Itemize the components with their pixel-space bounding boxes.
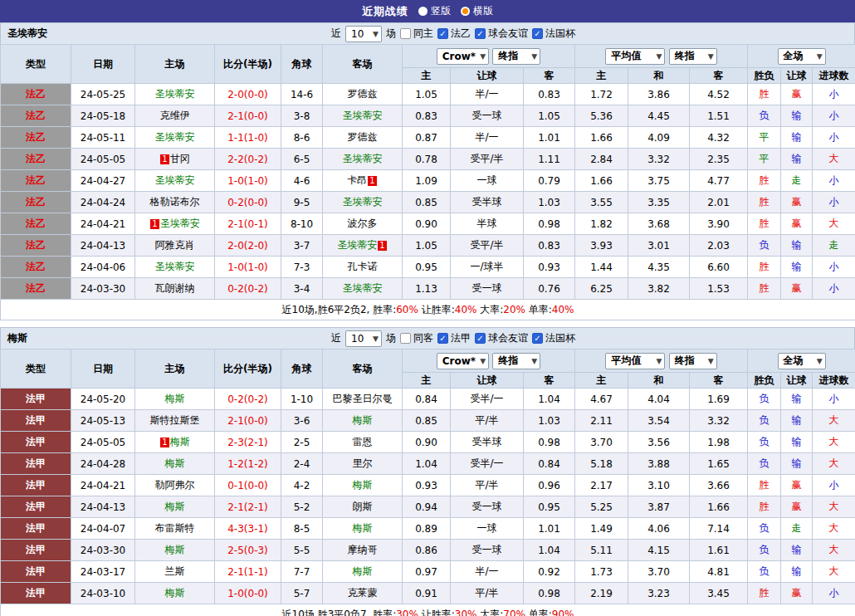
odds-header-cell: Crow*▼ 终指▼ [403, 350, 575, 373]
league-cell: 法甲 [1, 389, 71, 410]
avg-home-cell: 1.73 [575, 561, 628, 583]
result-handicap-cell: 输 [781, 561, 813, 583]
team-name: 梅斯 [165, 393, 185, 404]
bookmaker-select[interactable]: Crow*▼ [437, 353, 489, 369]
date-cell: 24-04-24 [71, 192, 135, 213]
average-time-select[interactable]: 终指▼ [669, 48, 717, 65]
chevron-down-icon: ▼ [480, 357, 486, 365]
date-cell: 24-04-06 [71, 257, 135, 278]
match-count-select[interactable]: 10▼ [345, 330, 382, 347]
match-row: 法乙24-05-051甘冈2-2(0-2)6-5圣埃蒂安0.78受平/半1.11… [1, 149, 855, 170]
odds-away-cell: 0.92 [524, 561, 575, 583]
average-time-select[interactable]: 终指▼ [669, 353, 717, 369]
score-cell: 1-0(1-0) [215, 257, 281, 278]
handicap-cell: 一/球半 [451, 257, 524, 278]
score-cell: 2-3(2-1) [215, 432, 281, 453]
corner-cell: 3-7 [281, 235, 323, 257]
odds-home-cell: 0.97 [403, 561, 451, 583]
result-goals-cell: 大 [813, 432, 855, 453]
avg-draw-cell: 4.15 [628, 540, 690, 561]
col-header-home: 主场 [135, 350, 215, 389]
handicap-cell: 平/半 [451, 583, 524, 604]
odds-away-cell: 0.95 [524, 496, 575, 518]
summary-segment: 30% [455, 609, 477, 616]
average-select[interactable]: 平均值▼ [605, 48, 665, 65]
summary-segment: 30% [396, 609, 418, 616]
match-row: 法甲24-04-13梅斯2-1(2-1)5-2朗斯0.94受一球0.955.25… [1, 496, 855, 518]
match-row: 法乙24-05-18克维伊2-1(0-0)3-8圣埃蒂安0.83受一球1.055… [1, 105, 855, 127]
fulltime-select[interactable]: 全场▼ [778, 48, 826, 65]
filter-checkbox-cup[interactable]: ✓ 法国杯 [532, 27, 575, 41]
league-cell: 法乙 [1, 105, 71, 127]
odds-home-cell: 0.94 [403, 496, 451, 518]
handicap-cell: 受半球 [451, 432, 524, 453]
filter-checkbox-friendly[interactable]: ✓ 球会友谊 [475, 331, 528, 345]
filter-checkbox-same-home[interactable]: 同主 [400, 27, 433, 41]
sub-header: 胜负 [748, 68, 781, 84]
bookmaker-select[interactable]: Crow*▼ [437, 48, 489, 65]
filter-checkbox-friendly[interactable]: ✓ 球会友谊 [475, 27, 528, 41]
odds-time-select[interactable]: 终指▼ [492, 353, 540, 369]
result-handicap-cell: 输 [781, 410, 813, 432]
away-team-cell: 罗德兹 [323, 127, 403, 149]
filter-checkbox-league[interactable]: ✓ 法甲 [437, 331, 471, 345]
sub-header: 让球 [451, 68, 524, 84]
league-cell: 法甲 [1, 453, 71, 475]
sub-header: 客 [524, 373, 575, 389]
corner-cell: 5-5 [281, 540, 323, 561]
odds-away-cell: 0.83 [524, 235, 575, 257]
result-wdl-cell: 胜 [748, 84, 781, 105]
sub-header: 主 [403, 373, 451, 389]
summary-segment: 60% [396, 304, 418, 315]
odds-away-cell: 0.76 [524, 278, 575, 300]
filter-suffix-label: 场 [386, 27, 396, 41]
result-goals-cell: 小 [813, 278, 855, 300]
date-cell: 24-04-21 [71, 213, 135, 235]
date-cell: 24-05-18 [71, 105, 135, 127]
avg-away-cell: 4.52 [690, 84, 748, 105]
date-cell: 24-04-28 [71, 453, 135, 475]
avg-away-cell: 1.98 [690, 432, 748, 453]
filter-checkbox-same-away[interactable]: 同客 [400, 331, 433, 345]
away-team-cell: 里尔 [323, 453, 403, 475]
league-cell: 法甲 [1, 475, 71, 496]
recent-results-table-metz: 类型 日期 主场 比分(半场) 角球 客场 Crow*▼ 终指▼ 平均值▼ 终指… [0, 349, 855, 616]
layout-radio-horizontal[interactable]: 横版 [461, 4, 493, 18]
match-row: 法乙24-04-27圣埃蒂安1-0(1-0)4-6卡昂11.09一球0.791.… [1, 170, 855, 192]
layout-radio-vertical[interactable]: 竖版 [418, 4, 451, 18]
away-team-cell: 克莱蒙 [323, 583, 403, 604]
match-row: 法甲24-04-28梅斯1-2(1-2)2-4里尔1.04受半/一0.845.1… [1, 453, 855, 475]
result-wdl-cell: 胜 [748, 170, 781, 192]
avg-away-cell: 4.81 [690, 561, 748, 583]
average-select[interactable]: 平均值▼ [605, 353, 665, 369]
match-row: 法甲24-04-21勒阿弗尔0-1(0-0)4-2梅斯0.93平/半0.962.… [1, 475, 855, 496]
score-cell: 2-2(0-2) [215, 149, 281, 170]
avg-draw-cell: 3.54 [628, 410, 690, 432]
league-cell: 法甲 [1, 432, 71, 453]
filter-checkbox-league[interactable]: ✓ 法乙 [437, 27, 471, 41]
league-cell: 法甲 [1, 496, 71, 518]
red-card-badge: 1 [160, 438, 169, 447]
odds-time-select[interactable]: 终指▼ [492, 48, 540, 65]
avg-away-cell: 4.32 [690, 127, 748, 149]
handicap-cell: 受一球 [451, 105, 524, 127]
handicap-cell: 受半/一 [451, 453, 524, 475]
date-cell: 24-04-13 [71, 496, 135, 518]
avg-draw-cell: 4.35 [628, 257, 690, 278]
league-cell: 法甲 [1, 410, 71, 432]
team-name: 布雷斯特 [155, 522, 195, 534]
summary-segment: 单率: [525, 304, 552, 315]
team-name: 梅斯 [165, 587, 185, 599]
sub-header: 客 [690, 68, 748, 84]
corner-cell: 3-4 [281, 278, 323, 300]
summary-segment: 让胜率: [418, 304, 455, 315]
home-team-cell: 圣埃蒂安 [135, 257, 215, 278]
filter-checkbox-cup[interactable]: ✓ 法国杯 [532, 331, 575, 345]
away-team-cell: 雷恩 [323, 432, 403, 453]
match-count-select[interactable]: 10▼ [345, 26, 382, 42]
odds-home-cell: 1.04 [403, 453, 451, 475]
col-header-away: 客场 [323, 350, 403, 389]
filter-suffix-label: 场 [386, 331, 396, 345]
chevron-down-icon: ▼ [817, 357, 823, 365]
fulltime-select[interactable]: 全场▼ [778, 353, 826, 369]
